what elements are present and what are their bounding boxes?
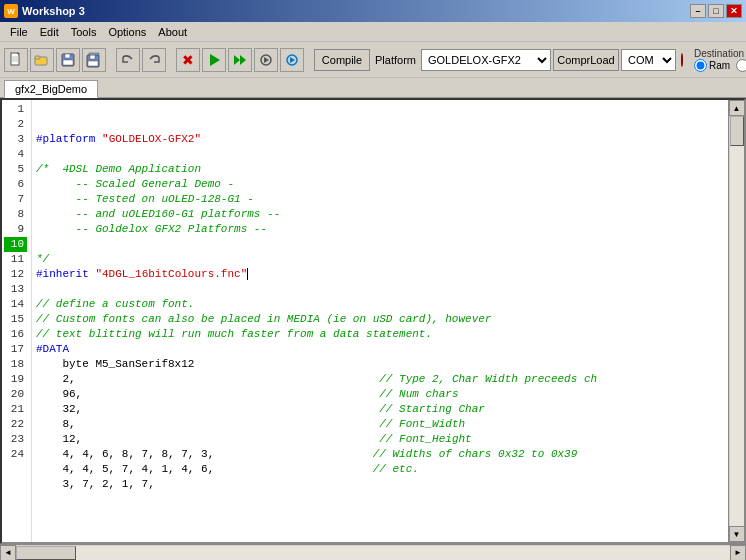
- connection-indicator: [681, 53, 683, 67]
- code-line-18: 96, // Num chars: [36, 387, 724, 402]
- redo-button[interactable]: [142, 48, 166, 72]
- line-number-12: 12: [4, 267, 27, 282]
- line-number-1: 1: [4, 102, 27, 117]
- menu-edit[interactable]: Edit: [34, 24, 65, 40]
- flash-radio[interactable]: [736, 59, 746, 72]
- code-line-7: -- Goldelox GFX2 Platforms --: [36, 222, 724, 237]
- line-number-15: 15: [4, 312, 27, 327]
- line-number-14: 14: [4, 297, 27, 312]
- scroll-track-v: [730, 116, 744, 526]
- svg-rect-14: [89, 53, 99, 55]
- code-line-3: /* 4DSL Demo Application: [36, 162, 724, 177]
- save-button[interactable]: [56, 48, 80, 72]
- menu-about[interactable]: About: [152, 24, 193, 40]
- flash-option[interactable]: Flash: [736, 59, 746, 72]
- ram-radio[interactable]: [694, 59, 707, 72]
- svg-marker-16: [234, 55, 240, 65]
- debug-buttons: ✖: [176, 48, 304, 72]
- code-line-9: */: [36, 252, 724, 267]
- line-numbers: 123456789101112131415161718192021222324: [2, 100, 32, 542]
- open-button[interactable]: [30, 48, 54, 72]
- menu-file[interactable]: File: [4, 24, 34, 40]
- platform-dropdown[interactable]: GOLDELOX-GFX2 PICASO DIABLO16: [421, 49, 551, 71]
- code-line-6: -- and uOLED160-G1 platforms --: [36, 207, 724, 222]
- code-line-8: [36, 237, 724, 252]
- menu-options[interactable]: Options: [102, 24, 152, 40]
- svg-rect-9: [65, 54, 70, 58]
- file-buttons: [4, 48, 106, 72]
- code-line-2: [36, 147, 724, 162]
- svg-text:W: W: [7, 7, 15, 16]
- step-over-button[interactable]: [254, 48, 278, 72]
- line-number-23: 23: [4, 432, 27, 447]
- scroll-right-button[interactable]: ►: [730, 545, 746, 561]
- stop-button[interactable]: ✖: [176, 48, 200, 72]
- menu-tools[interactable]: Tools: [65, 24, 103, 40]
- line-number-6: 6: [4, 177, 27, 192]
- run-button[interactable]: [202, 48, 226, 72]
- edit-buttons: [116, 48, 166, 72]
- code-line-17: 2, // Type 2, Char Width preceeds ch: [36, 372, 724, 387]
- maximize-button[interactable]: □: [708, 4, 724, 18]
- line-number-21: 21: [4, 402, 27, 417]
- line-number-18: 18: [4, 357, 27, 372]
- scroll-up-button[interactable]: ▲: [729, 100, 745, 116]
- svg-marker-17: [240, 55, 246, 65]
- code-area[interactable]: #platform "GOLDELOX-GFX2" /* 4DSL Demo A…: [32, 100, 728, 542]
- destination-group: Destination Ram Flash: [694, 48, 746, 72]
- line-number-8: 8: [4, 207, 27, 222]
- menu-bar: File Edit Tools Options About: [0, 22, 746, 42]
- code-line-16: byte M5_SanSerif8x12: [36, 357, 724, 372]
- line-number-24: 24: [4, 447, 27, 462]
- step-into-button[interactable]: [280, 48, 304, 72]
- line-number-16: 16: [4, 327, 27, 342]
- com-port-dropdown[interactable]: COM 3 COM 1 COM 2 COM 4: [621, 49, 676, 71]
- svg-rect-10: [63, 60, 73, 65]
- new-button[interactable]: [4, 48, 28, 72]
- code-line-1: #platform "GOLDELOX-GFX2": [36, 132, 724, 147]
- destination-options: Ram Flash: [694, 59, 746, 72]
- code-line-23: 4, 4, 5, 7, 4, 1, 4, 6, // etc.: [36, 462, 724, 477]
- app-icon: W: [4, 4, 18, 18]
- line-number-17: 17: [4, 342, 27, 357]
- scroll-thumb-h[interactable]: [16, 546, 76, 560]
- svg-marker-15: [210, 54, 220, 66]
- scroll-thumb-v[interactable]: [730, 116, 744, 146]
- window-title: Workshop 3: [22, 5, 690, 17]
- svg-marker-21: [290, 57, 295, 63]
- undo-button[interactable]: [116, 48, 140, 72]
- line-number-11: 11: [4, 252, 27, 267]
- editor-wrapper: 123456789101112131415161718192021222324 …: [0, 98, 746, 560]
- code-line-24: 3, 7, 2, 1, 7,: [36, 477, 724, 492]
- ram-option[interactable]: Ram: [694, 59, 730, 72]
- compile-button[interactable]: Compile: [314, 49, 370, 71]
- horizontal-scrollbar[interactable]: ◄ ►: [0, 544, 746, 560]
- editor-inner: 123456789101112131415161718192021222324 …: [0, 98, 746, 544]
- svg-marker-19: [264, 57, 269, 63]
- scroll-track-h: [16, 546, 730, 560]
- scroll-down-button[interactable]: ▼: [729, 526, 745, 542]
- minimize-button[interactable]: –: [690, 4, 706, 18]
- line-number-22: 22: [4, 417, 27, 432]
- window-controls: – □ ✕: [690, 4, 742, 18]
- ram-label: Ram: [709, 60, 730, 71]
- tab-gfx2bigdemo[interactable]: gfx2_BigDemo: [4, 80, 98, 98]
- line-number-5: 5: [4, 162, 27, 177]
- code-line-11: [36, 282, 724, 297]
- tab-bar: gfx2_BigDemo: [0, 78, 746, 98]
- line-number-19: 19: [4, 372, 27, 387]
- svg-rect-7: [35, 56, 40, 59]
- scroll-left-button[interactable]: ◄: [0, 545, 16, 561]
- code-line-4: -- Scaled General Demo -: [36, 177, 724, 192]
- step-button[interactable]: [228, 48, 252, 72]
- destination-label: Destination: [694, 48, 746, 59]
- vertical-scrollbar[interactable]: ▲ ▼: [728, 100, 744, 542]
- close-button[interactable]: ✕: [726, 4, 742, 18]
- line-number-4: 4: [4, 147, 27, 162]
- save-all-button[interactable]: [82, 48, 106, 72]
- code-line-20: 8, // Font_Width: [36, 417, 724, 432]
- code-line-13: // Custom fonts can also be placed in ME…: [36, 312, 724, 327]
- code-line-19: 32, // Starting Char: [36, 402, 724, 417]
- comprload-button[interactable]: ComprLoad: [553, 49, 619, 71]
- line-number-9: 9: [4, 222, 27, 237]
